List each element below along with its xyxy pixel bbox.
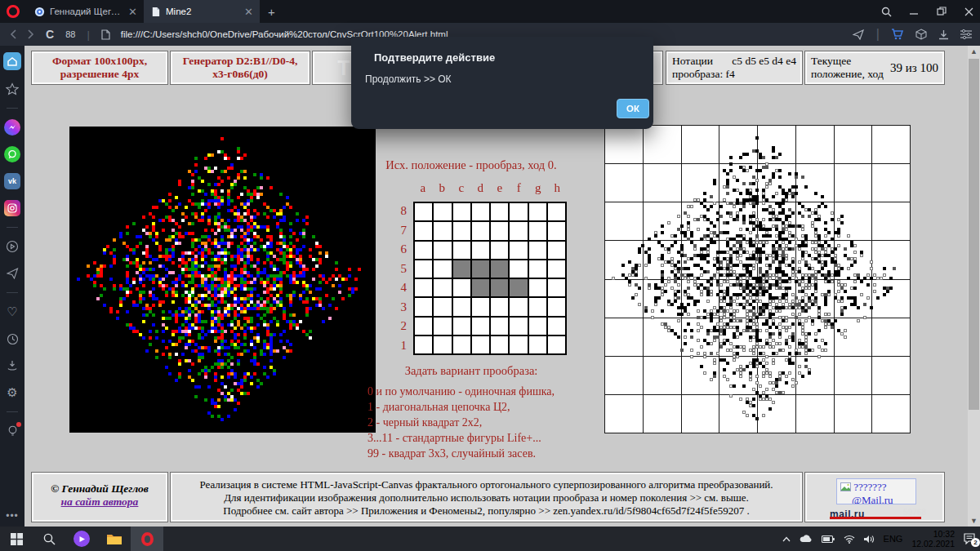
messenger-icon[interactable]	[4, 119, 20, 136]
my-flow-icon[interactable]	[4, 265, 20, 282]
language-indicator[interactable]: ENG	[884, 534, 903, 544]
board-cell-c6[interactable]	[452, 241, 471, 260]
start-button[interactable]	[0, 527, 33, 551]
board-cell-d7[interactable]	[471, 221, 490, 240]
back-icon[interactable]	[10, 29, 16, 39]
board-cell-a6[interactable]	[414, 241, 433, 260]
board-cell-a8[interactable]	[414, 202, 433, 221]
downloads-icon[interactable]	[938, 29, 949, 40]
sidebar-more-icon[interactable]: •••	[0, 510, 24, 522]
board-cell-e2[interactable]	[490, 317, 509, 335]
taskbar-clock[interactable]: 10:32 12.02.2021	[911, 529, 955, 549]
tips-bulb-icon[interactable]	[4, 423, 20, 439]
mailru-logo-row[interactable]: mail.ru 59768	[830, 506, 926, 519]
dialog-ok-button[interactable]: ОК	[617, 99, 649, 118]
tray-expand-icon[interactable]	[782, 536, 791, 542]
tune-settings-icon[interactable]	[960, 29, 972, 39]
battery-icon[interactable]	[822, 535, 835, 544]
opera-taskbar-icon[interactable]	[131, 527, 163, 551]
file-explorer-icon[interactable]	[98, 527, 131, 551]
board-cell-h3[interactable]	[547, 297, 566, 316]
board-cell-g4[interactable]	[528, 278, 547, 297]
extension-cube-icon[interactable]	[915, 29, 927, 40]
tab-mine2[interactable]: Mine2 ✕	[144, 0, 260, 23]
opera-logo[interactable]	[7, 5, 20, 18]
new-tab-button[interactable]: +	[268, 5, 275, 19]
board-cell-d4[interactable]	[471, 278, 490, 297]
board-cell-a1[interactable]	[414, 335, 433, 354]
board-cell-g3[interactable]	[528, 297, 547, 316]
board-cell-c4[interactable]	[452, 278, 471, 297]
board-cell-f5[interactable]	[509, 260, 528, 278]
board-cell-b1[interactable]	[433, 335, 452, 354]
board-cell-f3[interactable]	[509, 297, 528, 316]
shopping-cart-icon[interactable]	[891, 29, 904, 40]
board-cell-g1[interactable]	[528, 335, 547, 354]
player-popup-icon[interactable]	[4, 238, 20, 255]
board-cell-b2[interactable]	[433, 317, 452, 335]
board-cell-h5[interactable]	[547, 260, 566, 278]
reload-icon[interactable]: C	[46, 28, 54, 41]
action-center-icon[interactable]: 2	[964, 533, 977, 544]
board-cell-f8[interactable]	[509, 202, 528, 221]
board-cell-a3[interactable]	[414, 297, 433, 316]
board-cell-f6[interactable]	[509, 241, 528, 260]
alice-assistant-icon[interactable]	[65, 527, 98, 551]
chessboard-grid[interactable]	[413, 202, 567, 355]
speed-dial-icon[interactable]: 88	[65, 29, 75, 39]
board-cell-d5[interactable]	[471, 260, 490, 278]
bookmarks-star-icon[interactable]	[4, 81, 20, 97]
search-icon[interactable]	[881, 7, 892, 17]
board-cell-c8[interactable]	[452, 202, 471, 221]
board-cell-h1[interactable]	[547, 335, 566, 354]
board-cell-h7[interactable]	[547, 221, 566, 240]
onedrive-cloud-icon[interactable]	[800, 535, 813, 543]
board-cell-a4[interactable]	[414, 278, 433, 297]
history-clock-icon[interactable]	[4, 331, 20, 347]
tab1-close-icon[interactable]: ✕	[128, 6, 137, 18]
board-cell-d3[interactable]	[471, 297, 490, 316]
tab-author-site[interactable]: Геннадий Щеглов - Фенол ✕	[28, 0, 144, 23]
author-site-link[interactable]: на сайт автора	[61, 495, 139, 508]
board-cell-f1[interactable]	[509, 335, 528, 354]
board-cell-f2[interactable]	[509, 317, 528, 335]
board-cell-g2[interactable]	[528, 317, 547, 335]
board-cell-c3[interactable]	[452, 297, 471, 316]
board-cell-a2[interactable]	[414, 317, 433, 335]
downloads-tray-icon[interactable]	[4, 358, 20, 374]
restore-button[interactable]	[937, 7, 947, 16]
board-cell-a5[interactable]	[414, 260, 433, 278]
page-icon[interactable]	[101, 29, 110, 40]
board-cell-h4[interactable]	[547, 278, 566, 297]
board-cell-e3[interactable]	[490, 297, 509, 316]
board-cell-e7[interactable]	[490, 221, 509, 240]
close-button[interactable]	[964, 7, 973, 16]
send-to-flow-icon[interactable]	[853, 29, 865, 40]
board-cell-b5[interactable]	[433, 260, 452, 278]
volume-icon[interactable]	[864, 535, 875, 544]
wifi-icon[interactable]	[844, 535, 855, 544]
scroll-down-icon[interactable]: ▼	[968, 517, 980, 525]
board-cell-c2[interactable]	[452, 317, 471, 335]
board-cell-h6[interactable]	[547, 241, 566, 260]
scrollbar-thumb[interactable]	[969, 59, 979, 410]
board-cell-d8[interactable]	[471, 202, 490, 221]
board-cell-b3[interactable]	[433, 297, 452, 316]
minimize-button[interactable]	[910, 7, 919, 16]
scroll-up-icon[interactable]: ▲	[968, 47, 980, 56]
board-cell-e8[interactable]	[490, 202, 509, 221]
mailru-counter-badge[interactable]: ??????? @Mail.ru	[836, 478, 916, 504]
generator-button[interactable]: Генератор D2:B1//D0-4, x3-г0в6(д0)	[170, 51, 310, 85]
board-cell-g6[interactable]	[528, 241, 547, 260]
page-scrollbar[interactable]: ▲ ▼	[968, 46, 980, 527]
vk-icon[interactable]: vk	[4, 173, 20, 189]
board-cell-a7[interactable]	[414, 221, 433, 240]
taskbar-search-icon[interactable]	[33, 527, 65, 551]
board-cell-d1[interactable]	[471, 335, 490, 354]
forward-icon[interactable]	[28, 29, 34, 39]
personal-news-heart-icon[interactable]: ♡	[4, 304, 20, 320]
board-cell-b7[interactable]	[433, 221, 452, 240]
board-cell-f4[interactable]	[509, 278, 528, 297]
board-cell-e5[interactable]	[490, 260, 509, 278]
board-cell-g7[interactable]	[528, 221, 547, 240]
